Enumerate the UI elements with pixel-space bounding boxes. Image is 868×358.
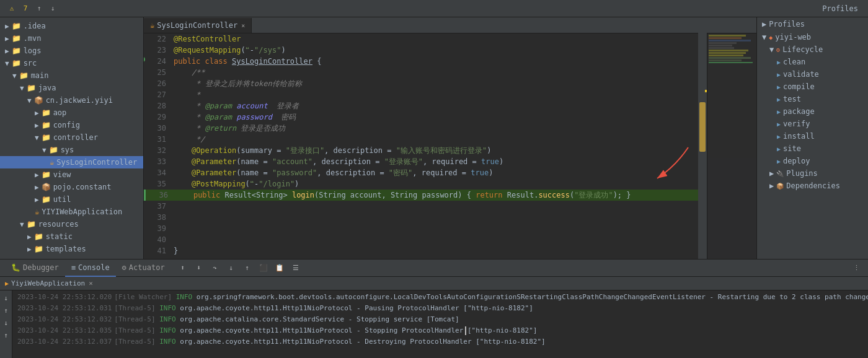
maven-deploy[interactable]: ▶ deploy bbox=[757, 155, 868, 167]
code-line-28: 28 * @param account 登录者 bbox=[144, 100, 756, 111]
folder-icon: ▶ bbox=[5, 47, 9, 55]
maven-validate[interactable]: ▶ validate bbox=[757, 68, 868, 81]
clear-btn[interactable]: ☰ bbox=[290, 263, 301, 274]
logs-label: logs bbox=[24, 46, 42, 55]
editor-tab-syslogin[interactable]: ☕ SysLoginController × bbox=[144, 18, 252, 33]
tree-item-main[interactable]: ▼ 📁 main bbox=[0, 69, 143, 82]
step-over-btn[interactable]: ↷ bbox=[210, 263, 221, 274]
folder-icon: ▼ bbox=[35, 134, 39, 142]
maven-install[interactable]: ▶ install bbox=[757, 130, 868, 142]
more-btn[interactable]: ⋮ bbox=[851, 263, 862, 274]
tab-console[interactable]: ≡ Console bbox=[65, 260, 116, 277]
folder-icon: ▶ bbox=[27, 245, 32, 253]
tree-item-aop[interactable]: ▶ 📁 aop bbox=[0, 107, 143, 119]
tab-debugger[interactable]: 🐛 Debugger bbox=[5, 260, 65, 277]
tab-close-btn[interactable]: × bbox=[241, 22, 245, 29]
maven-test[interactable]: ▶ test bbox=[757, 93, 868, 105]
code-line-23: 23 @RequestMapping(❝-"/sys") bbox=[144, 45, 756, 56]
tree-item-cn[interactable]: ▼ 📦 cn.jackwei.yiyi bbox=[0, 94, 143, 107]
tree-item-resources[interactable]: ▼ 📁 resources bbox=[0, 218, 143, 230]
maven-profiles-section[interactable]: ▶ Profiles bbox=[757, 17, 868, 31]
maven-site[interactable]: ▶ site bbox=[757, 142, 868, 155]
text-cursor bbox=[465, 326, 466, 335]
run-to-cursor-btn[interactable]: ⬛ bbox=[258, 263, 269, 274]
scroll-top-btn[interactable]: ⬆ bbox=[177, 263, 188, 274]
tree-item-util[interactable]: ▶ 📁 util bbox=[0, 193, 143, 206]
copy-btn[interactable]: 📋 bbox=[274, 263, 285, 274]
static-label: static bbox=[46, 232, 73, 241]
code-line-33: 33 @Parameter(name = "account", descript… bbox=[144, 156, 756, 167]
pojo-package-icon: 📦 bbox=[42, 183, 51, 191]
tree-item-java[interactable]: ▼ 📁 java bbox=[0, 82, 143, 94]
maven-clean[interactable]: ▶ clean bbox=[757, 56, 868, 68]
tree-item-idea[interactable]: ▶ 📁 .idea bbox=[0, 20, 143, 32]
tree-item-pojo[interactable]: ▶ 📦 pojo.constant bbox=[0, 181, 143, 193]
deploy-label: deploy bbox=[783, 157, 810, 165]
folder-icon: ▶ bbox=[35, 121, 39, 129]
nav-down-btn[interactable]: ↓ bbox=[47, 3, 58, 14]
maven-lifecycle[interactable]: ▼ ⚙ Lifecycle bbox=[757, 43, 868, 56]
line-num-31: 31 bbox=[146, 134, 166, 145]
maven-verify[interactable]: ▶ verify bbox=[757, 118, 868, 130]
tree-item-sys[interactable]: ▼ 📁 sys bbox=[0, 144, 143, 156]
line-num-26: 26 bbox=[146, 78, 166, 89]
step-out-btn[interactable]: ↑ bbox=[242, 263, 253, 274]
maven-plugins[interactable]: ▶ 🔌 Plugins bbox=[757, 167, 868, 180]
idea-folder-icon: 📁 bbox=[12, 22, 21, 30]
tree-item-config[interactable]: ▶ 📁 config bbox=[0, 119, 143, 131]
step-into-btn[interactable]: ↓ bbox=[226, 263, 237, 274]
tree-item-controller[interactable]: ▼ 📁 controller bbox=[0, 131, 143, 144]
line-num-41: 41 bbox=[146, 245, 166, 256]
editor-scrollbar[interactable] bbox=[698, 17, 707, 259]
maven-compile[interactable]: ▶ compile bbox=[757, 81, 868, 93]
gutter-up-1[interactable]: ↑ bbox=[1, 305, 11, 315]
tree-item-yiyi[interactable]: ☕ YIYIWebApplication bbox=[0, 206, 143, 218]
folder-icon: ▼ bbox=[5, 59, 9, 68]
warning-icon[interactable]: ⚠ bbox=[6, 3, 17, 14]
folder-icon: ▶ bbox=[5, 35, 9, 43]
main-folder-icon: 📁 bbox=[19, 71, 29, 80]
scroll-thumb[interactable] bbox=[699, 102, 706, 152]
tree-item-syslogin[interactable]: ☕ SysLoginController bbox=[0, 156, 143, 168]
site-label: site bbox=[783, 144, 801, 153]
tree-item-static[interactable]: ▶ 📁 static bbox=[0, 230, 143, 243]
expand-icon: ▶ bbox=[769, 181, 774, 190]
chevron-icon: ▶ bbox=[762, 20, 766, 28]
maven-dependencies[interactable]: ▶ 📦 Dependencies bbox=[757, 180, 868, 192]
package-icon: 📦 bbox=[34, 96, 43, 105]
log-ts-3: 2023-10-24 22:53:12.032 bbox=[17, 314, 112, 325]
code-area[interactable]: 22 @RestController 23 @RequestMapping(❝-… bbox=[144, 33, 756, 259]
tab-label: SysLoginController bbox=[157, 21, 237, 30]
tree-item-mvn[interactable]: ▶ 📁 .mvn bbox=[0, 32, 143, 45]
tree-item-src[interactable]: ▼ 📁 src bbox=[0, 57, 143, 69]
verify-icon: ▶ bbox=[777, 121, 781, 128]
tab-actuator[interactable]: ⚙ Actuator bbox=[116, 260, 171, 277]
templates-folder-icon: 📁 bbox=[34, 245, 43, 253]
tree-item-templates[interactable]: ▶ 📁 templates bbox=[0, 243, 143, 255]
src-label: src bbox=[24, 59, 37, 68]
run-close-btn[interactable]: × bbox=[89, 279, 93, 287]
gutter-up-2[interactable]: ↑ bbox=[1, 330, 11, 340]
dependencies-label: Dependencies bbox=[786, 181, 840, 190]
gutter-down-1[interactable]: ↓ bbox=[1, 293, 11, 303]
maven-yiyi-web[interactable]: ▼ ◆ yiyi-web bbox=[757, 31, 868, 43]
log-msg-5: org.apache.coyote.http11.Http11NioProtoc… bbox=[180, 336, 545, 347]
tree-item-logs[interactable]: ▶ 📁 logs bbox=[0, 45, 143, 57]
compile-icon: ▶ bbox=[777, 84, 781, 90]
maven-package[interactable]: ▶ package bbox=[757, 105, 868, 118]
yiyi-label: YIYIWebApplication bbox=[42, 207, 122, 216]
log-ts-4: 2023-10-24 22:53:12.035 bbox=[17, 325, 112, 336]
log-thread-5: [Thread-5] bbox=[114, 336, 159, 347]
breakpoint-icon bbox=[144, 57, 145, 62]
gutter-down-2[interactable]: ↓ bbox=[1, 318, 11, 328]
profiles-header[interactable]: Profiles bbox=[822, 4, 858, 13]
log-ts-5: 2023-10-24 22:53:12.037 bbox=[17, 336, 112, 347]
maven-project-icon: ◆ bbox=[769, 34, 773, 41]
scroll-bottom-btn[interactable]: ⬇ bbox=[193, 263, 205, 274]
folder-icon: ▶ bbox=[5, 22, 9, 30]
tab-file-icon: ☕ bbox=[150, 21, 154, 30]
line-content-41: } bbox=[174, 245, 754, 256]
nav-up-btn[interactable]: ↑ bbox=[33, 3, 45, 14]
warning-count: 7 bbox=[20, 3, 31, 14]
tree-item-view[interactable]: ▶ 📁 view bbox=[0, 168, 143, 181]
